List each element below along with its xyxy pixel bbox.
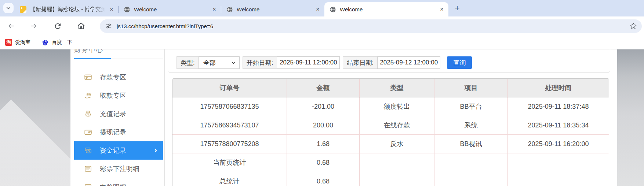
browser-window: 【新提醒】海燕论坛 - 博学交流 × Welcome × Welcome × W… bbox=[0, 0, 644, 186]
table-row: 1757587066837135 -201.00 额度转出 BB平台 2025-… bbox=[172, 97, 609, 116]
sidebar-item-withdrawal-records[interactable]: 提现记录 bbox=[74, 123, 163, 141]
moneybag-icon bbox=[84, 109, 92, 118]
sidebar-item-deposit[interactable]: 存款专区 bbox=[74, 68, 163, 86]
sidebar-header-underline bbox=[74, 58, 111, 59]
sidebar-item-withdraw[interactable]: 取款专区 bbox=[74, 86, 163, 105]
column-header-project: 项目 bbox=[434, 79, 508, 97]
bookmark-star-button[interactable] bbox=[629, 22, 637, 30]
column-header-type: 类型 bbox=[360, 79, 434, 97]
new-tab-button[interactable]: + bbox=[452, 3, 462, 13]
filter-row: 类型: 全部 开始日期: 2025-09-11 12:00:00 结束日期: 2… bbox=[177, 56, 472, 69]
back-button[interactable] bbox=[6, 21, 15, 31]
bookmark-baidu[interactable]: 百度一下 bbox=[41, 39, 72, 46]
cell-type: 额度转出 bbox=[360, 97, 434, 116]
tab-search-button[interactable] bbox=[3, 3, 14, 13]
arrow-right-icon bbox=[30, 22, 39, 30]
cell-amount: -201.00 bbox=[287, 97, 360, 116]
tab-close-icon[interactable]: × bbox=[438, 6, 445, 13]
type-select-value: 全部 bbox=[203, 59, 216, 67]
list-icon bbox=[84, 164, 92, 173]
cell-label: 当前页统计 bbox=[172, 153, 287, 172]
type-filter-group: 类型: 全部 bbox=[177, 56, 240, 69]
sidebar-item-label: 提现记录 bbox=[100, 128, 126, 137]
search-button[interactable]: 查询 bbox=[447, 56, 472, 69]
sidebar-item-clipped[interactable]: 中奖明细 bbox=[74, 178, 163, 186]
baidu-paw-icon bbox=[41, 39, 49, 46]
cell-project: BB平台 bbox=[434, 97, 508, 116]
filter-panel: 类型: 全部 开始日期: 2025-09-11 12:00:00 结束日期: 2… bbox=[168, 49, 610, 72]
cell-empty bbox=[508, 172, 609, 186]
column-header-amount: 金额 bbox=[287, 79, 360, 97]
end-date-group: 结束日期: 2025-09-12 12:00:00 bbox=[343, 56, 440, 69]
bookmark-label: 爱淘宝 bbox=[15, 39, 30, 46]
deposit-card-icon bbox=[84, 73, 92, 82]
table-header-row: 订单号 金额 类型 项目 处理时间 bbox=[172, 79, 609, 97]
table-row-grand-total: 总统计 0.68 bbox=[172, 172, 609, 186]
globe-icon bbox=[226, 6, 233, 13]
cell-order-no: 1757578800775208 bbox=[172, 135, 287, 153]
page-content: 财务中心 存款专区 取款专区 bbox=[0, 49, 644, 186]
tab-welcome-active[interactable]: Welcome × bbox=[324, 2, 448, 16]
reload-button[interactable] bbox=[53, 21, 62, 31]
withdraw-hand-icon bbox=[84, 91, 92, 100]
cell-project: 系统 bbox=[434, 116, 508, 134]
cell-type: 在线存款 bbox=[360, 116, 434, 134]
type-select[interactable]: 全部 bbox=[199, 56, 240, 69]
sidebar-item-label: 资金记录 bbox=[100, 146, 126, 155]
end-date-input[interactable]: 2025-09-12 12:00:00 bbox=[377, 56, 440, 69]
sidebar-item-label: 取款专区 bbox=[100, 91, 126, 100]
tab-close-icon[interactable]: × bbox=[108, 6, 115, 13]
start-date-input[interactable]: 2025-09-11 12:00:00 bbox=[277, 56, 340, 69]
globe-icon bbox=[124, 6, 130, 13]
sidebar-item-label: 充值记录 bbox=[100, 109, 126, 118]
sidebar-item-funds-records[interactable]: 资金记录 › bbox=[74, 141, 163, 160]
sidebar-header: 财务中心 bbox=[74, 49, 103, 54]
end-date-label: 结束日期: bbox=[343, 56, 377, 69]
url-text[interactable]: js13.cc/hhcp/usercenter.html?iniType=6 bbox=[117, 23, 213, 29]
cell-process-time: 2025-09-11 16:20:00 bbox=[508, 135, 609, 153]
table-row: 1757586934573107 200.00 在线存款 系统 2025-09-… bbox=[172, 116, 609, 135]
tab-title: Welcome bbox=[340, 6, 435, 12]
reload-icon bbox=[54, 22, 62, 30]
tab-close-icon[interactable]: × bbox=[211, 6, 218, 13]
globe-icon bbox=[330, 6, 336, 13]
cell-order-no: 1757587066837135 bbox=[172, 97, 287, 116]
sidebar: 财务中心 存款专区 取款专区 bbox=[70, 49, 165, 186]
browser-toolbar: js13.cc/hhcp/usercenter.html?iniType=6 bbox=[0, 16, 644, 36]
wallet-icon bbox=[84, 128, 92, 137]
cell-label: 总统计 bbox=[172, 172, 287, 186]
banknotes-icon bbox=[84, 146, 92, 155]
forward-button[interactable] bbox=[29, 21, 39, 31]
cell-project: BB视讯 bbox=[434, 135, 508, 153]
forum-favicon-icon bbox=[20, 6, 26, 13]
site-settings-icon[interactable] bbox=[105, 22, 112, 30]
table-row-page-total: 当前页统计 0.68 bbox=[172, 153, 609, 172]
records-table: 订单号 金额 类型 项目 处理时间 1757587066837135 -201.… bbox=[172, 78, 609, 186]
cell-empty bbox=[508, 153, 609, 172]
cell-type: 反水 bbox=[360, 135, 434, 153]
tab-close-icon[interactable]: × bbox=[314, 6, 321, 13]
star-icon bbox=[629, 22, 637, 30]
tab-welcome-1[interactable]: Welcome × bbox=[119, 2, 221, 16]
tab-title: Welcome bbox=[134, 6, 208, 12]
table-row: 1757578800775208 1.68 反水 BB视讯 2025-09-11… bbox=[172, 135, 609, 153]
column-header-order-no: 订单号 bbox=[172, 79, 287, 97]
cell-process-time: 2025-09-11 18:35:34 bbox=[508, 116, 609, 134]
tab-welcome-2[interactable]: Welcome × bbox=[221, 2, 324, 16]
home-icon bbox=[77, 22, 85, 30]
bookmark-taobao[interactable]: 淘 爱淘宝 bbox=[5, 39, 30, 46]
tab-forum[interactable]: 【新提醒】海燕论坛 - 博学交流 × bbox=[15, 2, 118, 16]
home-button[interactable] bbox=[76, 21, 86, 31]
cell-empty bbox=[360, 153, 434, 172]
list-icon bbox=[84, 183, 92, 186]
cell-empty bbox=[434, 153, 508, 172]
type-label: 类型: bbox=[177, 56, 199, 69]
sidebar-item-recharge-records[interactable]: 充值记录 bbox=[74, 105, 163, 123]
sidebar-item-lottery-bet-details[interactable]: 彩票下注明细 bbox=[74, 160, 163, 178]
cell-empty bbox=[434, 172, 508, 186]
cell-amount: 0.68 bbox=[287, 153, 360, 172]
page-background-right bbox=[617, 49, 644, 186]
url-bar[interactable]: js13.cc/hhcp/usercenter.html?iniType=6 bbox=[100, 19, 642, 33]
bookmark-label: 百度一下 bbox=[52, 39, 72, 46]
cell-amount: 200.00 bbox=[287, 116, 360, 134]
